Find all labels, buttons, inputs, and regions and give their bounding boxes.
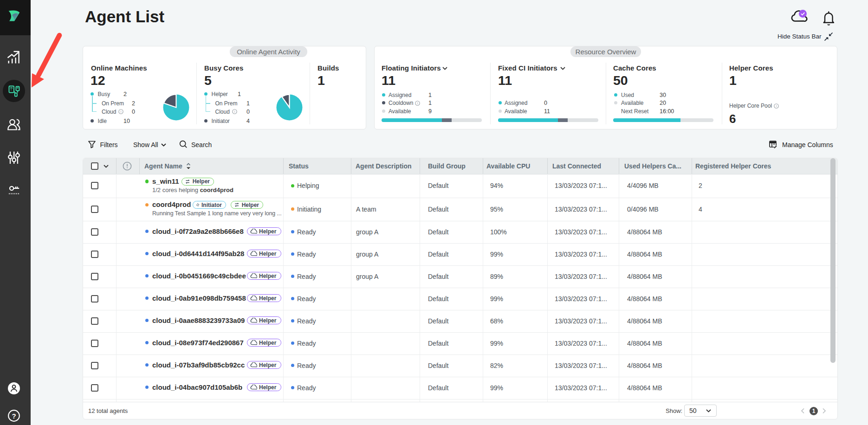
svg-text:i: i	[417, 102, 418, 105]
svg-text:i: i	[776, 104, 777, 108]
svg-text:i: i	[121, 110, 122, 113]
svg-text:i: i	[234, 110, 235, 113]
svg-text:?: ?	[12, 412, 16, 420]
